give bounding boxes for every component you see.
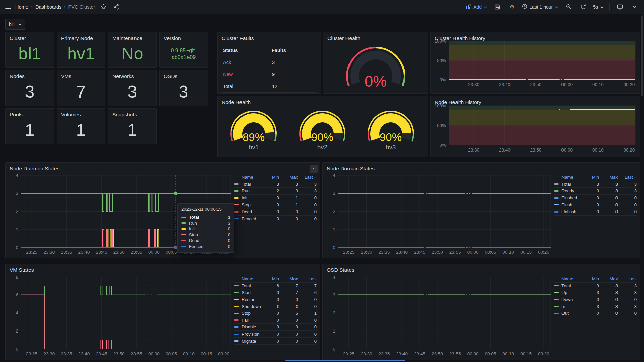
legend-column-header[interactable]: Max xyxy=(279,276,298,281)
legend-max-value: 6 xyxy=(279,311,298,316)
legend-row-flush[interactable]: Flush000 xyxy=(554,201,637,208)
column-header-faults[interactable]: Faults xyxy=(268,48,317,53)
legend-last-value: 0 xyxy=(298,216,317,221)
fault-status-cell[interactable]: Ack xyxy=(222,56,268,68)
panel-title[interactable]: Volumes xyxy=(61,112,81,118)
panel-title[interactable]: Pools xyxy=(10,112,23,118)
legend-row-provision[interactable]: Provision000 xyxy=(234,331,317,338)
legend-row-in[interactable]: In333 xyxy=(554,303,637,310)
legend-column-header[interactable]: Last xyxy=(618,276,637,281)
legend-row-total[interactable]: Total333 xyxy=(234,181,317,188)
legend-row-up[interactable]: Up333 xyxy=(554,289,637,296)
vertical-scrollbar-thumb[interactable] xyxy=(641,15,643,96)
tooltip-series-value: 0 xyxy=(228,244,230,249)
time-range-picker[interactable]: Last 1 hour xyxy=(522,4,558,10)
panel-title[interactable]: OSDs xyxy=(164,73,177,79)
panel-title[interactable]: Version xyxy=(164,35,181,41)
refresh-interval-picker[interactable]: 5s xyxy=(593,4,604,10)
chevron-down-icon[interactable] xyxy=(630,3,639,11)
legend-column-header-sorted[interactable]: Last⌄ xyxy=(618,175,637,180)
legend-row-migrate[interactable]: Migrate000 xyxy=(234,338,317,345)
legend-row-restart[interactable]: Restart000 xyxy=(234,296,317,303)
share-icon[interactable] xyxy=(112,3,120,11)
legend-row-ready[interactable]: Ready333 xyxy=(554,188,637,195)
legend-column-header[interactable]: Name xyxy=(241,276,260,281)
svg-text:23:50: 23:50 xyxy=(432,351,443,356)
legend-row-flushed[interactable]: Flushed000 xyxy=(554,195,637,202)
star-icon[interactable] xyxy=(99,3,108,11)
legend-column-header[interactable]: Min xyxy=(580,276,599,281)
legend-series-swatch xyxy=(234,197,239,199)
time-series-plot[interactable]: 0%50%100%23:3023:4023:5000:0000:1000:20 xyxy=(431,32,640,93)
stat-value: 3 xyxy=(108,82,156,102)
legend-row-stop[interactable]: Stop010 xyxy=(234,201,317,208)
panel-title[interactable]: Cluster xyxy=(10,35,26,41)
fault-status-cell[interactable]: New xyxy=(222,68,268,80)
panel-menu-icon[interactable]: ⋮ xyxy=(310,165,318,173)
svg-text:23:55: 23:55 xyxy=(131,250,142,255)
breadcrumb-dashboards[interactable]: Dashboards xyxy=(35,4,61,10)
save-dashboard-icon[interactable] xyxy=(493,3,502,11)
legend-row-total[interactable]: Total677 xyxy=(234,283,317,290)
time-series-plot[interactable]: 0%50%100%23:3023:4023:5000:0000:1000:20 xyxy=(431,96,640,157)
legend-row-start[interactable]: Start076 xyxy=(234,289,317,296)
panel-title[interactable]: Maintenance xyxy=(112,35,142,41)
legend-row-disable[interactable]: Disable000 xyxy=(234,324,317,331)
legend-row-shutdown[interactable]: Shutdown000 xyxy=(234,303,317,310)
legend-row-down[interactable]: Down000 xyxy=(554,296,637,303)
top-nav: Home › Dashboards › PVC Cluster xyxy=(0,0,644,14)
legend-row-total[interactable]: Total333 xyxy=(554,181,637,188)
legend-row-fenced[interactable]: Fenced000 xyxy=(234,216,317,223)
legend-row-fail[interactable]: Fail000 xyxy=(234,317,317,324)
legend-column-header[interactable]: Max xyxy=(599,276,618,281)
legend-column-header[interactable]: Max xyxy=(279,175,298,180)
breadcrumb-home[interactable]: Home xyxy=(15,4,29,10)
horizontal-scrollbar-thumb[interactable] xyxy=(285,360,405,361)
legend-column-header[interactable]: Min xyxy=(580,175,599,180)
panel-cluster-health: Cluster Health 0% xyxy=(323,32,428,94)
svg-text:23:45: 23:45 xyxy=(414,351,425,356)
legend-column-header[interactable]: Max xyxy=(599,175,618,180)
legend-row-stop[interactable]: Stop061 xyxy=(234,310,317,317)
tooltip-row-init: Init0 xyxy=(181,226,230,232)
panel-title[interactable]: Snapshots xyxy=(112,112,137,118)
legend-column-header-sorted[interactable]: Last⌄ xyxy=(298,175,317,180)
panel-title[interactable]: Networks xyxy=(112,73,134,79)
panel-title[interactable]: VMs xyxy=(61,73,71,79)
add-button[interactable]: Add xyxy=(466,4,487,10)
legend-series-swatch xyxy=(234,204,239,205)
column-header-status[interactable]: Status xyxy=(222,48,268,53)
menu-icon[interactable] xyxy=(5,5,11,9)
legend-max-value: 3 xyxy=(599,304,618,309)
legend-row-out[interactable]: Out000 xyxy=(554,310,637,317)
legend-column-header[interactable]: Min xyxy=(260,175,279,180)
panel-title[interactable]: Primary Node xyxy=(61,35,93,41)
zoom-out-time-icon[interactable] xyxy=(564,3,573,11)
tv-mode-icon[interactable] xyxy=(615,3,624,11)
legend-column-header[interactable]: Last xyxy=(298,276,317,281)
legend-column-header[interactable]: Name xyxy=(241,175,260,180)
svg-text:1: 1 xyxy=(333,328,335,334)
legend-row-dead[interactable]: Dead000 xyxy=(234,208,317,216)
legend-min-value: 0 xyxy=(580,311,599,316)
legend-row-total[interactable]: Total333 xyxy=(554,283,637,290)
svg-text:23:45: 23:45 xyxy=(414,250,425,255)
legend-series-name: Dead xyxy=(241,209,260,214)
legend-column-header[interactable]: Name xyxy=(561,276,580,281)
legend-column-header[interactable]: Last xyxy=(625,175,633,180)
variable-selector[interactable]: bl1 xyxy=(5,19,25,30)
svg-text:00:15: 00:15 xyxy=(520,250,532,255)
dashboard-settings-icon[interactable]: ⚙ xyxy=(507,3,516,11)
legend-row-init[interactable]: Init010 xyxy=(234,195,317,202)
legend-last-value: 0 xyxy=(298,324,317,329)
panel-title[interactable]: Nodes xyxy=(10,73,25,79)
legend-column-header[interactable]: Last xyxy=(305,175,313,180)
refresh-icon[interactable] xyxy=(579,3,587,11)
legend-row-unflush[interactable]: Unflush000 xyxy=(554,208,637,216)
panel-title[interactable]: Cluster Faults xyxy=(222,35,254,41)
legend-row-run[interactable]: Run233 xyxy=(234,188,317,195)
fault-status-cell[interactable]: Total xyxy=(222,80,268,92)
tooltip-series-value: 0 xyxy=(228,238,230,243)
legend-column-header[interactable]: Min xyxy=(260,276,279,281)
legend-column-header[interactable]: Name xyxy=(561,175,580,180)
